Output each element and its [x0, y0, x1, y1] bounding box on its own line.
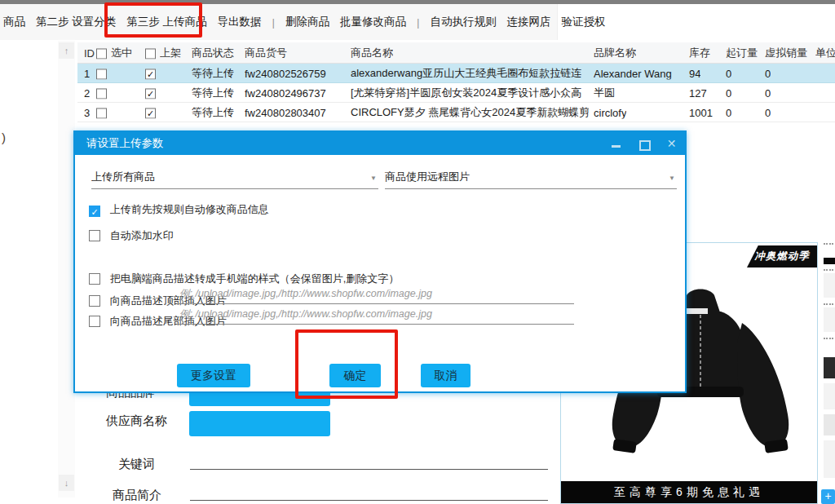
- col-name[interactable]: 商品名称: [351, 46, 393, 60]
- cell-sku: fw240802496737: [245, 86, 326, 99]
- image-mode-value: 商品使用远程图片: [385, 170, 470, 183]
- select-all-checkbox[interactable]: [96, 48, 107, 59]
- cell-sku: fw240802803407: [245, 106, 326, 118]
- upload-scope-dropdown[interactable]: 上传所有商品 ▼: [91, 170, 378, 189]
- cell-name: [尤莱特穿搭]半圆原创女装2024夏季设计感小众高: [351, 86, 581, 100]
- app-window: 商品 第二步 设置分类 第三步 上传商品 导出数据 | 删除商品 批量修改商品 …: [0, 0, 835, 504]
- table-row[interactable]: 2 ✓ 等待上传 fw240802496737 [尤莱特穿搭]半圆原创女装202…: [77, 83, 835, 103]
- cell-brand: Alexander Wang: [594, 67, 672, 79]
- col-listed[interactable]: 上架: [160, 46, 181, 60]
- col-id[interactable]: ID: [84, 46, 95, 59]
- toolbar-item-auto-rules[interactable]: 自动执行规则: [431, 15, 497, 29]
- cell-id: 2: [84, 86, 90, 99]
- cell-brand: circlofy: [594, 106, 626, 118]
- cell-sku: fw240802526759: [245, 67, 326, 79]
- col-brand[interactable]: 品牌名称: [594, 46, 636, 60]
- scroll-up-icon[interactable]: ↑: [59, 42, 74, 59]
- col-unit[interactable]: 单位: [815, 46, 835, 60]
- insert-bottom-image-checkbox[interactable]: [89, 316, 100, 327]
- cell-stock: 127: [689, 86, 707, 99]
- cell-virtual-sales: 0: [765, 86, 771, 99]
- cell-name: alexanderwang亚历山大王经典毛圈布短款拉链连: [351, 66, 581, 81]
- auto-modify-label: 上传前先按规则自动修改商品信息: [110, 203, 269, 215]
- insert-top-image-checkbox[interactable]: [89, 295, 100, 307]
- cell-status: 等待上传: [192, 66, 234, 81]
- row-select-checkbox[interactable]: [96, 69, 107, 79]
- cell-id: 1: [84, 67, 90, 79]
- toolbar-item-export-data[interactable]: 导出数据: [218, 15, 262, 29]
- image-thumbnail[interactable]: [824, 273, 835, 298]
- label-keywords: 关键词: [118, 457, 155, 472]
- ok-button[interactable]: 确定: [329, 364, 381, 387]
- minimize-icon[interactable]: [611, 139, 621, 149]
- watermark-label: 自动添加水印: [110, 229, 174, 241]
- maximize-icon[interactable]: [638, 139, 649, 149]
- thumb-dark-bar: [824, 258, 835, 264]
- toolbar-item-connect-shop[interactable]: 连接网店: [507, 15, 551, 29]
- dialog-title: 请设置上传参数: [86, 137, 164, 149]
- product-table: ID 选中 上架 商品状态 商品货号 商品名称 品牌名称 库存 起订量 虚拟销量…: [77, 41, 835, 130]
- more-settings-button[interactable]: 更多设置: [177, 364, 250, 387]
- add-image-button[interactable]: +: [821, 489, 835, 504]
- dash-divider: [824, 338, 833, 339]
- col-selected[interactable]: 选中: [111, 46, 132, 60]
- col-sku[interactable]: 商品货号: [245, 46, 287, 60]
- thumbnail-strip: +: [818, 237, 835, 504]
- col-min-order[interactable]: 起订量: [726, 46, 758, 60]
- row-listed-checkbox[interactable]: ✓: [145, 108, 156, 118]
- close-icon[interactable]: ✕: [666, 139, 677, 149]
- col-stock[interactable]: 库存: [689, 46, 710, 60]
- mobile-style-label: 把电脑端商品描述转成手机端的样式（会保留图片,删除文字）: [110, 272, 400, 285]
- image-mode-dropdown[interactable]: 商品使用远程图片 ▼: [385, 170, 677, 189]
- top-image-url-input[interactable]: 例: /upload/image.jpg,/http://www.shopfw.…: [177, 287, 574, 304]
- toolbar-item-verify-auth[interactable]: 验证授权: [562, 15, 606, 29]
- dialog-titlebar[interactable]: 请设置上传参数 ✕: [75, 132, 685, 155]
- dash-divider: [824, 243, 833, 245]
- dash-divider: [824, 303, 833, 305]
- image-thumbnail[interactable]: [824, 307, 835, 332]
- image-thumbnail[interactable]: [824, 414, 835, 435]
- row-select-checkbox[interactable]: [96, 88, 107, 99]
- cancel-button[interactable]: 取消: [421, 364, 471, 387]
- toolbar-item-batch-edit[interactable]: 批量修改商品: [340, 15, 406, 29]
- cell-min-order: 0: [726, 67, 731, 79]
- supplier-select-button[interactable]: [189, 411, 330, 436]
- table-row[interactable]: 3 ✓ 等待上传 fw240802803407 CIRCLOFY瑟夕 燕尾蝶背心…: [77, 103, 835, 122]
- promo-badge: 冲奥燃动季: [747, 245, 817, 267]
- image-thumbnail[interactable]: [824, 440, 835, 478]
- cell-min-order: 0: [726, 106, 731, 118]
- cell-stock: 94: [689, 67, 700, 79]
- product-intro-input[interactable]: [190, 500, 548, 501]
- main-toolbar: 商品 第二步 设置分类 第三步 上传商品 导出数据 | 删除商品 批量修改商品 …: [0, 4, 835, 40]
- upload-scope-value: 上传所有商品: [91, 170, 155, 183]
- mobile-style-checkbox[interactable]: [89, 273, 100, 285]
- image-thumbnail[interactable]: [824, 357, 835, 378]
- label-product-intro: 商品简介: [113, 488, 161, 503]
- chevron-down-icon: ▼: [669, 175, 675, 182]
- cell-stock: 1001: [689, 106, 713, 118]
- row-listed-checkbox[interactable]: ✓: [145, 69, 156, 79]
- upload-params-dialog: 请设置上传参数 ✕ 上传所有商品 ▼ 商品使用远程图片 ▼ ✓ 上传前先按规则自…: [73, 130, 687, 393]
- table-row[interactable]: 1 ✓ 等待上传 fw240802526759 alexanderwang亚历山…: [77, 64, 835, 83]
- toolbar-item-delete-products[interactable]: 删除商品: [285, 15, 329, 29]
- bottom-image-url-input[interactable]: 例: /upload/image.jpg,/http://www.shopfw.…: [177, 307, 574, 325]
- toolbar-separator: |: [417, 16, 420, 29]
- row-select-checkbox[interactable]: [96, 108, 107, 118]
- dash-divider: [824, 269, 833, 271]
- cell-status: 等待上传: [192, 105, 234, 120]
- stray-paren-text: ): [2, 130, 6, 144]
- watermark-checkbox[interactable]: [89, 230, 100, 241]
- row-listed-checkbox[interactable]: ✓: [145, 88, 156, 99]
- auto-modify-checkbox[interactable]: ✓: [89, 206, 100, 217]
- product-edit-form: 商品品牌 供应商名称 关键词 商品简介: [0, 375, 560, 504]
- toolbar-item-step3-upload[interactable]: 第三步 上传商品: [126, 15, 206, 29]
- col-virtual-sales[interactable]: 虚拟销量: [765, 46, 807, 60]
- image-thumbnail[interactable]: [824, 383, 835, 409]
- table-header-row: ID 选中 上架 商品状态 商品货号 商品名称 品牌名称 库存 起订量 虚拟销量…: [77, 42, 835, 64]
- keywords-input[interactable]: [190, 469, 548, 470]
- toolbar-item-products[interactable]: 商品: [3, 15, 25, 29]
- list-all-checkbox[interactable]: [145, 48, 156, 59]
- cell-min-order: 0: [726, 86, 731, 99]
- toolbar-item-step2-categories[interactable]: 第二步 设置分类: [36, 15, 116, 29]
- col-status[interactable]: 商品状态: [192, 46, 234, 60]
